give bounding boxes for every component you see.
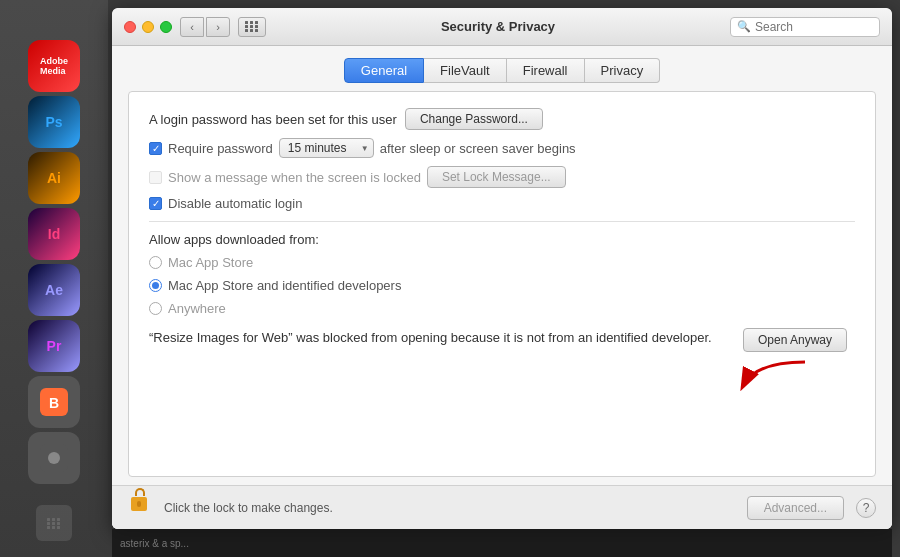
general-panel: A login password has been set for this u…: [128, 91, 876, 477]
sidebar-icon-adobe[interactable]: AdobeMedia: [28, 40, 80, 92]
after-sleep-label: after sleep or screen saver begins: [380, 141, 576, 156]
login-password-label: A login password has been set for this u…: [149, 112, 397, 127]
login-password-section: A login password has been set for this u…: [149, 108, 855, 222]
maximize-button[interactable]: [160, 21, 172, 33]
red-arrow-icon: [735, 358, 815, 394]
search-icon: 🔍: [737, 20, 751, 33]
mac-app-store-row: Mac App Store: [149, 255, 855, 270]
anywhere-radio[interactable]: [149, 302, 162, 315]
show-message-label: Show a message when the screen is locked: [168, 170, 421, 185]
password-time-select[interactable]: 15 minutes immediately 5 seconds 1 minut…: [279, 138, 374, 158]
disable-autologin-checkbox[interactable]: ✓: [149, 197, 162, 210]
login-password-row: A login password has been set for this u…: [149, 108, 855, 130]
sidebar-icon-pr[interactable]: Pr: [28, 320, 80, 372]
svg-text:B: B: [49, 395, 59, 411]
search-box[interactable]: 🔍: [730, 17, 880, 37]
mac-app-store-radio[interactable]: [149, 256, 162, 269]
red-arrow-container: [735, 358, 815, 397]
forward-button[interactable]: ›: [206, 17, 230, 37]
bottom-bar: Click the lock to make changes. Advanced…: [112, 485, 892, 529]
change-password-button[interactable]: Change Password...: [405, 108, 543, 130]
open-anyway-container: Open Anyway: [735, 328, 855, 397]
mac-app-store-identified-row: Mac App Store and identified developers: [149, 278, 855, 293]
blocked-app-text: “Resize Images for Web” was blocked from…: [149, 330, 712, 345]
allow-apps-label: Allow apps downloaded from:: [149, 232, 855, 247]
disable-autologin-row: ✓ Disable automatic login: [149, 196, 855, 211]
lock-icon[interactable]: [128, 496, 152, 520]
tab-privacy[interactable]: Privacy: [585, 58, 661, 83]
sidebar-icon-ae[interactable]: Ae: [28, 264, 80, 316]
tabs-container: General FileVault Firewall Privacy: [112, 46, 892, 91]
sidebar: AdobeMedia Ps Ai Id Ae Pr B: [0, 0, 108, 557]
sidebar-icon-g1[interactable]: B: [28, 376, 80, 428]
svg-point-3: [48, 452, 60, 464]
show-message-row: Show a message when the screen is locked…: [149, 166, 855, 188]
sidebar-icon-ps[interactable]: Ps: [28, 96, 80, 148]
taskbar: asterix & a sp...: [112, 529, 892, 557]
sidebar-icon-g2[interactable]: [28, 432, 80, 484]
tab-firewall[interactable]: Firewall: [507, 58, 585, 83]
anywhere-row: Anywhere: [149, 301, 855, 316]
tab-filevault[interactable]: FileVault: [424, 58, 507, 83]
password-time-select-wrapper: 15 minutes immediately 5 seconds 1 minut…: [279, 138, 374, 158]
sidebar-icon-ai[interactable]: Ai: [28, 152, 80, 204]
grid-view-icon[interactable]: [36, 505, 72, 541]
taskbar-text: asterix & a sp...: [120, 538, 189, 549]
mac-app-store-identified-radio[interactable]: [149, 279, 162, 292]
require-password-row: ✓ Require password 15 minutes immediatel…: [149, 138, 855, 158]
tab-general[interactable]: General: [344, 58, 424, 83]
mac-app-store-identified-label: Mac App Store and identified developers: [168, 278, 401, 293]
window-title: Security & Privacy: [274, 19, 722, 34]
minimize-button[interactable]: [142, 21, 154, 33]
require-password-checkbox[interactable]: ✓: [149, 142, 162, 155]
disable-autologin-label: Disable automatic login: [168, 196, 302, 211]
sidebar-icon-id[interactable]: Id: [28, 208, 80, 260]
require-password-label: Require password: [168, 141, 273, 156]
nav-buttons: ‹ ›: [180, 17, 230, 37]
app-switcher-button[interactable]: [238, 17, 266, 37]
help-button[interactable]: ?: [856, 498, 876, 518]
search-input[interactable]: [755, 20, 875, 34]
traffic-lights: [124, 21, 172, 33]
blocked-app-section: “Resize Images for Web” was blocked from…: [149, 328, 855, 397]
anywhere-label: Anywhere: [168, 301, 226, 316]
mac-app-store-label: Mac App Store: [168, 255, 253, 270]
content-area: General FileVault Firewall Privacy A log…: [112, 46, 892, 529]
set-lock-message-button[interactable]: Set Lock Message...: [427, 166, 566, 188]
titlebar: ‹ › Security & Privacy 🔍: [112, 8, 892, 46]
advanced-button[interactable]: Advanced...: [747, 496, 844, 520]
show-message-checkbox[interactable]: [149, 171, 162, 184]
open-anyway-button[interactable]: Open Anyway: [743, 328, 847, 352]
lock-status-text: Click the lock to make changes.: [164, 501, 735, 515]
blocked-text-container: “Resize Images for Web” was blocked from…: [149, 328, 727, 348]
close-button[interactable]: [124, 21, 136, 33]
allow-apps-section: Allow apps downloaded from: Mac App Stor…: [149, 232, 855, 397]
back-button[interactable]: ‹: [180, 17, 204, 37]
